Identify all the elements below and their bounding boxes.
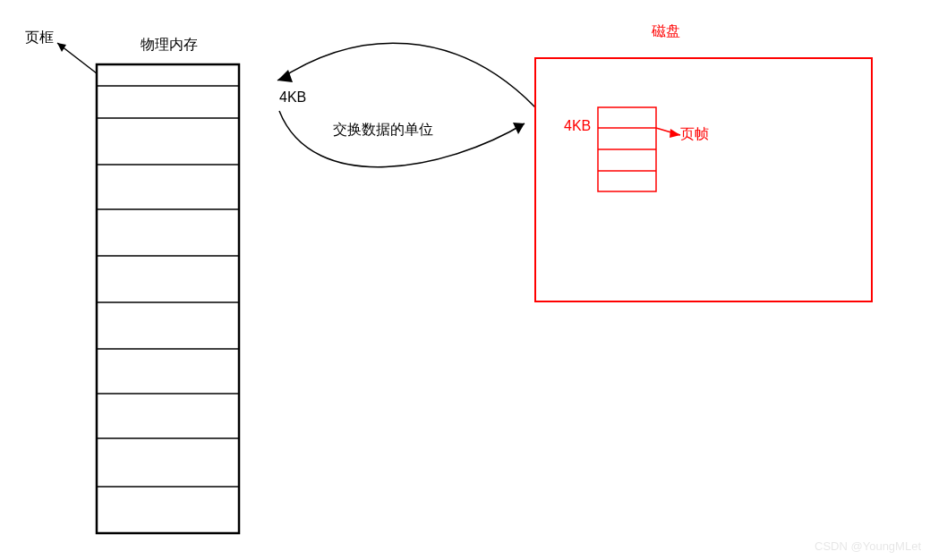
arrowhead	[57, 43, 66, 52]
arrowhead	[513, 123, 525, 134]
label-exchange-unit: 交换数据的单位	[333, 121, 433, 140]
label-physical-memory: 物理内存	[141, 36, 198, 55]
disk-rect	[535, 58, 872, 301]
label-disk: 磁盘	[652, 22, 680, 41]
label-page-frame-disk: 页帧	[680, 125, 709, 144]
label-size-right: 4KB	[564, 118, 591, 134]
memory-rect	[97, 64, 239, 533]
label-size-left: 4KB	[279, 89, 306, 106]
watermark: CSDN @YoungMLet	[815, 539, 921, 553]
label-page-frame: 页框	[25, 29, 54, 47]
arrowhead	[670, 129, 680, 138]
arrow-top-curve	[277, 43, 535, 107]
